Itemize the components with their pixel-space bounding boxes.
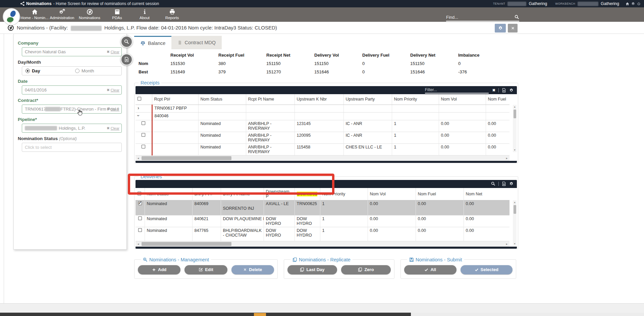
- delete-button[interactable]: Delete: [231, 265, 274, 274]
- x-icon: [243, 268, 247, 271]
- filter-panel: Company Chevron Natural Gas ✖ Clear Day/…: [13, 34, 127, 250]
- receipts-group-row[interactable]: › TRN00617 PBFP: [136, 105, 509, 112]
- deliveries-data-row[interactable]: Nominated 840621 DOW PLAQUEMINE LP DOW H…: [136, 215, 509, 227]
- receipts-data-row[interactable]: Nominated ANR/BHLP - RIVERWAY 120095 IC …: [136, 132, 509, 143]
- app-logo-icon[interactable]: [3, 8, 20, 25]
- tenant-value: Gathering: [529, 1, 547, 6]
- excel-export-icon[interactable]: [502, 88, 506, 92]
- export-fab-button[interactable]: [121, 54, 132, 65]
- deliveries-data-row[interactable]: Nominated 847765 BHLP/BOARDWALK - CHOCTA…: [136, 227, 509, 241]
- pipeline-redacted: [25, 126, 57, 130]
- taskbar-edge: [0, 313, 411, 316]
- deliveries-vertical-scrollbar[interactable]: ▴ ▾: [513, 200, 517, 246]
- select-all-checkbox[interactable]: [138, 192, 141, 195]
- optional-hint: (Optional): [59, 136, 77, 141]
- radio-selected-icon: [25, 69, 30, 73]
- gear-icon[interactable]: [631, 2, 635, 6]
- scrollbar-thumb[interactable]: [514, 110, 516, 118]
- row-checkbox[interactable]: [138, 228, 142, 232]
- receipts-vertical-scrollbar[interactable]: ▴ ▾: [513, 105, 517, 152]
- tab-contract-mdq[interactable]: Contract MDQ: [171, 36, 222, 49]
- row-checkbox[interactable]: [142, 133, 145, 137]
- row-checkbox[interactable]: [142, 145, 145, 148]
- excel-export-icon[interactable]: [502, 182, 506, 186]
- deliveries-horizontal-scrollbar[interactable]: ◂ ▸: [136, 241, 509, 247]
- home-icon[interactable]: [626, 2, 629, 6]
- scroll-down-arrow[interactable]: ▾: [514, 148, 515, 152]
- company-clear-button[interactable]: ✖ Clear: [107, 48, 119, 56]
- nav-item-nominations[interactable]: Nominations: [76, 7, 103, 22]
- pipeline-clear-button[interactable]: ✖ Clear: [107, 124, 119, 132]
- nav-item-about[interactable]: About: [131, 7, 158, 22]
- tab-balance[interactable]: Balance: [134, 36, 171, 49]
- submit-selected-button[interactable]: Selected: [461, 265, 513, 274]
- row-checkbox-checked[interactable]: [138, 201, 142, 205]
- contract-redacted: [45, 107, 60, 111]
- scrollbar-thumb[interactable]: [514, 205, 516, 214]
- row-checkbox[interactable]: [138, 216, 142, 220]
- scroll-right-arrow[interactable]: ▸: [504, 242, 509, 246]
- scrollbar-thumb[interactable]: [142, 156, 231, 160]
- search-fab-button[interactable]: [121, 36, 132, 48]
- receipts-group-row[interactable]: › 840046: [136, 112, 509, 120]
- search-icon[interactable]: [515, 15, 519, 19]
- radio-month[interactable]: Month: [72, 68, 121, 73]
- add-button[interactable]: Add: [138, 265, 180, 274]
- scroll-left-arrow[interactable]: ◂: [136, 242, 141, 246]
- contract-field[interactable]: TRN00617( FTRE2)-Chevron - Firm Pool for…: [22, 105, 122, 114]
- scroll-up-arrow[interactable]: ▴: [514, 105, 515, 109]
- taskbar-edge-light: [411, 313, 644, 316]
- management-section: Nominations - Management Add Edit Delete: [134, 257, 278, 279]
- clear-x-icon: ✖: [107, 50, 109, 54]
- copy-icon: [300, 267, 304, 272]
- row-checkbox[interactable]: [142, 121, 145, 125]
- nav-item-pdas[interactable]: PDAs: [103, 7, 131, 22]
- scroll-left-arrow[interactable]: ◂: [136, 156, 141, 160]
- grid-settings-gear-icon[interactable]: [509, 88, 514, 92]
- radio-day[interactable]: Day: [22, 68, 72, 73]
- zero-button[interactable]: Zero: [341, 265, 391, 274]
- nomination-status-field[interactable]: Click to select: [22, 143, 122, 152]
- pipeline-field[interactable]: Holdings, L.P. ✖ Clear: [22, 124, 122, 133]
- company-field[interactable]: Chevron Natural Gas ✖ Clear: [22, 47, 122, 56]
- nav-item-administration[interactable]: Administration: [48, 7, 76, 22]
- grid-settings-gear-icon[interactable]: [509, 182, 514, 186]
- home-icon: [32, 9, 38, 15]
- scroll-up-arrow[interactable]: ▴: [514, 200, 515, 204]
- nomination-circle-icon: [7, 24, 14, 31]
- power-icon[interactable]: [637, 2, 641, 6]
- toolbar-divider: [498, 88, 499, 92]
- nav-item-reports[interactable]: Reports: [158, 7, 186, 22]
- filter-clear-icon[interactable]: ✖: [492, 88, 495, 92]
- search-icon[interactable]: [491, 182, 495, 186]
- scroll-down-arrow[interactable]: ▾: [514, 242, 515, 246]
- share-icon: [20, 1, 25, 6]
- receipts-data-row[interactable]: Nominated ANR/BHLP - RIVERWAY 123145 IC …: [136, 120, 509, 132]
- select-all-checkbox[interactable]: [138, 97, 141, 101]
- nav-item-home[interactable]: Home - Nomin...: [21, 7, 48, 22]
- submit-all-button[interactable]: All: [404, 265, 457, 274]
- page-settings-button[interactable]: [495, 24, 506, 33]
- last-day-button[interactable]: Last Day: [287, 265, 337, 274]
- receipts-horizontal-scrollbar[interactable]: ◂ ▸: [136, 155, 509, 161]
- scrollbar-thumb[interactable]: [142, 242, 231, 246]
- date-field[interactable]: 04/01/2016 ✖ Clear: [22, 85, 122, 94]
- date-clear-button[interactable]: ✖ Clear: [107, 86, 119, 94]
- gears-icon: [59, 9, 65, 15]
- receipts-filter: [425, 87, 489, 93]
- receipts-data-row[interactable]: Nominated ANR/BHLP - RIVERWAY 115458 CHE…: [136, 143, 509, 155]
- page-close-button[interactable]: [508, 24, 518, 33]
- scroll-right-arrow[interactable]: ▸: [504, 156, 509, 160]
- check-icon: [475, 268, 479, 272]
- edit-button[interactable]: Edit: [184, 265, 227, 274]
- contract-clear-button[interactable]: ✖ Clear: [107, 105, 119, 113]
- find-input[interactable]: [446, 15, 515, 20]
- expand-chevron-down-icon[interactable]: ›: [137, 115, 140, 116]
- receipts-filter-input[interactable]: [425, 87, 489, 92]
- box-icon: [114, 9, 120, 15]
- facility-redacted: [71, 26, 102, 31]
- date-label: Date: [18, 79, 122, 84]
- expand-chevron-right-icon[interactable]: ›: [138, 106, 139, 110]
- nomination-circle-icon: [87, 9, 93, 15]
- deliveries-selected-row[interactable]: Nominated 840069 SORRENTO INJ AXIALL - L…: [136, 200, 509, 215]
